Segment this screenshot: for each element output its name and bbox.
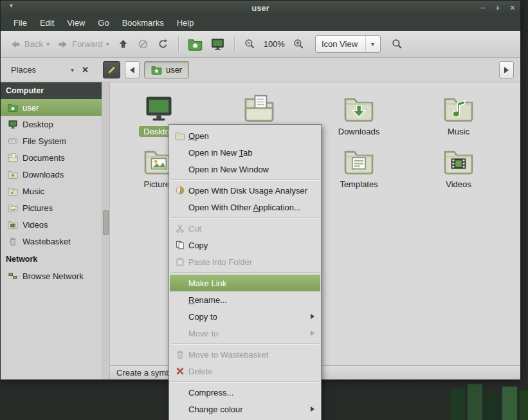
menu-bookmarks[interactable]: Bookmarks xyxy=(116,15,170,30)
stop-icon xyxy=(137,38,149,50)
sidebar-item-music[interactable]: Music xyxy=(1,183,102,199)
sidebar-item-desktop[interactable]: Desktop xyxy=(1,116,102,132)
sidebar-item-label: File System xyxy=(23,136,66,146)
menu-file[interactable]: File xyxy=(7,15,33,30)
path-scroll-left-button[interactable] xyxy=(125,61,140,78)
search-button[interactable] xyxy=(387,35,407,53)
sidebar-item-videos[interactable]: Videos xyxy=(1,216,102,233)
menu-item-compress[interactable]: Compress... xyxy=(170,384,320,401)
trash-icon xyxy=(175,349,185,360)
file-downloads[interactable]: Downloads xyxy=(323,93,394,137)
menu-item-make-link[interactable]: Make Link xyxy=(170,275,320,291)
menu-item-rename[interactable]: Rename... xyxy=(170,291,320,308)
edit-location-button[interactable] xyxy=(103,61,120,78)
menu-edit[interactable]: Edit xyxy=(33,15,60,30)
menu-help[interactable]: Help xyxy=(170,15,201,30)
desktop-art-bar xyxy=(450,389,465,420)
menu-item-change-colour[interactable]: Change colour xyxy=(170,401,320,417)
home-folder-icon xyxy=(188,37,203,51)
menu-item-paste-into-folder[interactable]: Paste Into Folder xyxy=(170,253,320,270)
file-templates[interactable]: Templates xyxy=(323,145,394,190)
view-mode-dropdown[interactable]: Icon View ▾ xyxy=(315,35,381,53)
sidebar-scrollbar[interactable] xyxy=(102,82,110,379)
desktop-icon xyxy=(143,93,174,123)
submenu-arrow-icon xyxy=(311,331,314,336)
zoom-level: 100% xyxy=(264,39,285,49)
close-button[interactable]: × xyxy=(510,3,515,12)
menu-item-open-new-tab[interactable]: Open in New Tab xyxy=(170,144,320,161)
zoom-in-icon xyxy=(293,38,305,50)
path-scroll-right-button[interactable] xyxy=(499,61,514,78)
reload-button[interactable] xyxy=(153,35,173,53)
titlebar[interactable]: ▾ user − + × xyxy=(1,1,520,15)
desktop-button[interactable] xyxy=(206,34,229,54)
sidebar-item-downloads[interactable]: Downloads xyxy=(1,166,102,183)
menu-item-delete[interactable]: Delete xyxy=(170,363,320,379)
file-label: Videos xyxy=(441,179,476,190)
menu-item-move-to[interactable]: Move to xyxy=(170,325,320,342)
desktop-art-bar xyxy=(485,394,500,420)
places-selector[interactable]: Places ▾ xyxy=(7,62,78,77)
close-sidebar-button[interactable]: ✕ xyxy=(82,65,89,75)
menu-view[interactable]: View xyxy=(60,15,91,30)
home-button[interactable] xyxy=(184,34,206,54)
path-button-label: user xyxy=(166,65,182,75)
menu-item-copy-to[interactable]: Copy to xyxy=(170,308,320,325)
menu-item-move-to-wastebasket[interactable]: Move to Wastebasket xyxy=(170,346,320,363)
sidebar-item-label: Browse Network xyxy=(23,271,84,281)
scrollbar-thumb[interactable] xyxy=(103,210,109,235)
sidebar-item-file-system[interactable]: File System xyxy=(1,132,102,149)
sidebar-item-browse-network[interactable]: Browse Network xyxy=(1,268,102,284)
chevron-down-icon: ▾ xyxy=(71,67,74,73)
forward-dropdown-icon[interactable]: ▾ xyxy=(106,41,109,48)
sidebar-item-user[interactable]: user xyxy=(1,99,102,116)
file-music[interactable]: Music xyxy=(423,93,494,137)
pictures-folder-icon xyxy=(8,203,18,213)
desktop-icon xyxy=(8,119,18,129)
file-label: Music xyxy=(443,126,474,137)
location-bar: Places ▾ ✕ user xyxy=(1,58,520,82)
menu-item-open-with-disk-usage-analyser[interactable]: Open With Disk Usage Analyser xyxy=(170,182,320,199)
path-button-user[interactable]: user xyxy=(144,61,189,78)
forward-button[interactable]: Forward ▾ xyxy=(53,36,113,53)
delete-x-icon xyxy=(175,366,185,376)
toolbar-separator xyxy=(178,36,179,53)
maximize-button[interactable]: + xyxy=(495,3,500,12)
submenu-arrow-icon xyxy=(311,314,314,319)
menu-go[interactable]: Go xyxy=(91,15,115,30)
menu-item-open[interactable]: Open xyxy=(170,127,320,144)
zoom-in-button[interactable] xyxy=(289,35,309,53)
sidebar-item-label: Videos xyxy=(23,220,48,230)
back-button[interactable]: Back ▾ xyxy=(6,36,53,53)
menu-separator xyxy=(171,179,319,180)
zoom-out-button[interactable] xyxy=(240,35,260,53)
disk-usage-icon xyxy=(175,185,185,196)
desktop-art-bar xyxy=(520,390,528,420)
sidebar-item-label: Music xyxy=(23,187,44,196)
downloads-folder-icon xyxy=(8,169,18,179)
wastebasket-icon xyxy=(8,236,18,246)
sidebar-item-documents[interactable]: Documents xyxy=(1,149,102,166)
minimize-button[interactable]: − xyxy=(480,3,485,12)
stop-button[interactable] xyxy=(133,35,153,53)
reload-icon xyxy=(157,38,169,50)
up-button[interactable] xyxy=(113,35,133,53)
sidebar-item-pictures[interactable]: Pictures xyxy=(1,199,102,216)
file-label: Templates xyxy=(335,179,382,190)
desktop-art-bar xyxy=(502,387,517,420)
pencil-icon xyxy=(106,64,117,75)
menu-item-copy[interactable]: Copy xyxy=(170,237,320,253)
submenu-arrow-icon xyxy=(311,406,314,412)
sidebar-item-wastebasket[interactable]: Wastebasket xyxy=(1,233,102,250)
network-icon xyxy=(8,271,18,281)
window-menu-icon[interactable]: ▾ xyxy=(10,2,13,9)
sidebar-header-network: Network xyxy=(1,251,102,268)
menu-item-open-with-other-application[interactable]: Open With Other Application... xyxy=(170,199,320,215)
back-dropdown-icon[interactable]: ▾ xyxy=(46,41,50,48)
sidebar-item-label: Downloads xyxy=(23,170,64,179)
menu-item-open-new-window[interactable]: Open in New Window xyxy=(170,161,320,178)
desktop-art-bar xyxy=(468,384,482,420)
menu-item-cut[interactable]: Cut xyxy=(170,220,320,237)
menu-separator xyxy=(171,217,319,218)
file-videos[interactable]: Videos xyxy=(423,145,494,190)
